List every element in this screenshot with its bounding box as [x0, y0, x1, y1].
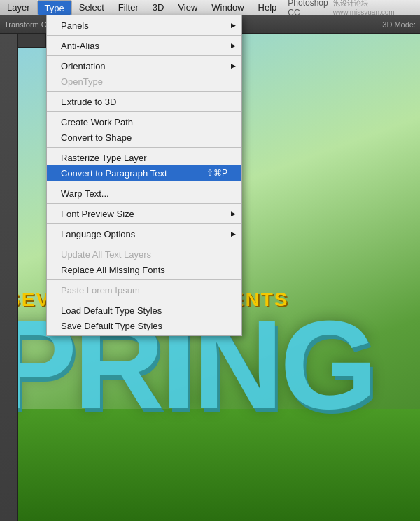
menu-item-paste-lorem: Paste Lorem Ipsum	[47, 282, 241, 298]
left-panel	[0, 34, 18, 521]
menu-item-panels[interactable]: Panels	[47, 18, 241, 33]
menu-select[interactable]: Select	[72, 0, 111, 15]
divider-11	[47, 300, 241, 300]
menu-item-warp-text[interactable]: Warp Text...	[47, 186, 241, 201]
menu-item-create-work-path[interactable]: Create Work Path	[47, 114, 241, 130]
menu-filter[interactable]: Filter	[111, 0, 146, 15]
divider-5	[47, 147, 241, 148]
divider-1	[47, 35, 241, 36]
menu-item-opentype: OpenType	[47, 74, 241, 89]
menu-item-language-options[interactable]: Language Options	[47, 226, 241, 242]
menu-view[interactable]: View	[171, 0, 204, 15]
menu-item-anti-alias[interactable]: Anti-Alias	[47, 38, 241, 53]
menu-item-rasterize[interactable]: Rasterize Type Layer	[47, 150, 241, 165]
menu-item-convert-paragraph[interactable]: Convert to Paragraph Text ⇧⌘P	[47, 165, 241, 181]
menu-item-convert-to-shape[interactable]: Convert to Shape	[47, 130, 241, 145]
divider-4	[47, 111, 241, 112]
divider-2	[47, 55, 241, 56]
menu-item-font-preview[interactable]: Font Preview Size	[47, 206, 241, 221]
menu-type[interactable]: Type	[37, 0, 72, 15]
menu-help[interactable]: Help	[251, 0, 284, 15]
menu-window[interactable]: Window	[204, 0, 251, 15]
menu-item-extrude[interactable]: Extrude to 3D	[47, 94, 241, 109]
menu-bar: Layer Type Select Filter 3D View Window …	[0, 0, 420, 15]
menu-item-update-all: Update All Text Layers	[47, 246, 241, 262]
menu-item-orientation[interactable]: Orientation	[47, 58, 241, 74]
divider-8	[47, 223, 241, 224]
menu-item-replace-fonts[interactable]: Replace All Missing Fonts	[47, 262, 241, 277]
menu-3d[interactable]: 3D	[146, 0, 172, 15]
info-bar	[18, 34, 46, 48]
divider-7	[47, 203, 241, 204]
shortcut-convert-paragraph: ⇧⌘P	[206, 168, 227, 178]
menu-item-load-type-styles[interactable]: Load Default Type Styles	[47, 303, 241, 318]
app-name: Photoshop CC	[288, 0, 333, 18]
menu-watermark: 泡设计论坛 www.missyuan.com	[333, 0, 420, 16]
divider-9	[47, 244, 241, 244]
divider-3	[47, 91, 241, 92]
mode-3d-label: 3D Mode:	[382, 20, 416, 29]
divider-6	[47, 183, 241, 183]
menu-item-save-type-styles[interactable]: Save Default Type Styles	[47, 318, 241, 333]
type-dropdown-menu: Panels Anti-Alias Orientation OpenType E…	[46, 15, 242, 336]
divider-10	[47, 279, 241, 280]
menu-layer[interactable]: Layer	[0, 0, 37, 15]
